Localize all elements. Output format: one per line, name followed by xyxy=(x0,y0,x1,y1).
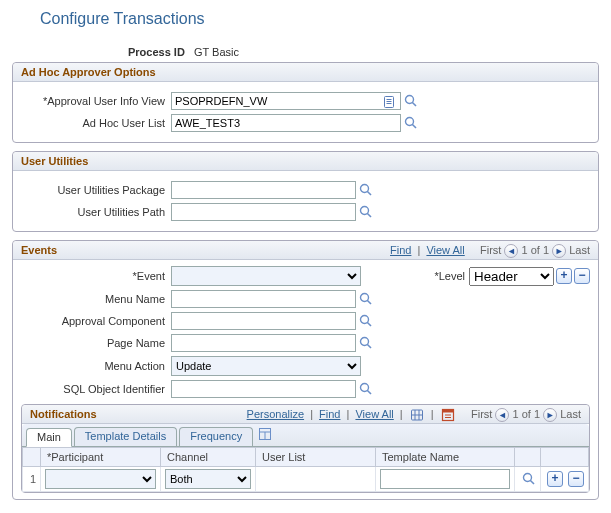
zoom-icon[interactable] xyxy=(441,408,455,422)
process-id-label: Process ID xyxy=(128,46,185,58)
component-input[interactable] xyxy=(171,312,356,330)
events-header: Events Find | View All First ◄ 1 of 1 ► … xyxy=(13,241,598,260)
next-icon[interactable]: ► xyxy=(552,244,566,258)
adhoc-userlist-label: Ad Hoc User List xyxy=(21,117,171,129)
userutil-pkg-input[interactable] xyxy=(171,181,356,199)
userutil-path-label: User Utilities Path xyxy=(21,206,171,218)
adhoc-header: Ad Hoc Approver Options xyxy=(13,63,598,82)
events-section: Events Find | View All First ◄ 1 of 1 ► … xyxy=(12,240,599,500)
component-label: Approval Component xyxy=(21,315,171,327)
tab-template-details[interactable]: Template Details xyxy=(74,427,177,446)
delete-row-button[interactable]: − xyxy=(568,471,584,487)
col-userlist[interactable]: User List xyxy=(256,448,376,467)
lookup-icon[interactable] xyxy=(359,183,373,197)
events-viewall-link[interactable]: View All xyxy=(426,244,464,256)
lookup-icon[interactable] xyxy=(404,116,418,130)
adhoc-section: Ad Hoc Approver Options *Approval User I… xyxy=(12,62,599,143)
userlist-cell xyxy=(256,467,376,492)
delete-row-button[interactable]: − xyxy=(574,268,590,284)
lookup-icon[interactable] xyxy=(359,292,373,306)
sql-input[interactable] xyxy=(171,380,356,398)
download-icon[interactable] xyxy=(410,408,424,422)
notif-first-link[interactable]: First xyxy=(471,408,492,420)
menuname-input[interactable] xyxy=(171,290,356,308)
adhoc-userlist-input[interactable] xyxy=(171,114,401,132)
lookup-icon[interactable] xyxy=(359,205,373,219)
notif-viewall-link[interactable]: View All xyxy=(355,408,393,420)
events-first-link[interactable]: First xyxy=(480,244,501,256)
events-find-link[interactable]: Find xyxy=(390,244,411,256)
add-row-button[interactable]: + xyxy=(556,268,572,284)
lookup-icon[interactable] xyxy=(359,314,373,328)
notifications-section: Notifications Personalize | Find | View … xyxy=(21,404,590,493)
notif-count: 1 of 1 xyxy=(513,408,541,420)
pagename-label: Page Name xyxy=(21,337,171,349)
tab-main[interactable]: Main xyxy=(26,428,72,447)
notifications-header: Notifications Personalize | Find | View … xyxy=(22,405,589,424)
level-select[interactable]: Header xyxy=(469,267,554,286)
col-template[interactable]: Template Name xyxy=(376,448,515,467)
add-row-button[interactable]: + xyxy=(547,471,563,487)
row-number: 1 xyxy=(23,467,41,492)
prev-icon[interactable]: ◄ xyxy=(495,408,509,422)
notif-find-link[interactable]: Find xyxy=(319,408,340,420)
notif-grid: *Participant Channel User List Template … xyxy=(22,447,589,492)
table-row: 1 Both + − xyxy=(23,467,589,492)
userutil-pkg-label: User Utilities Package xyxy=(21,184,171,196)
process-id-row: Process ID GT Basic xyxy=(12,46,599,58)
event-select[interactable] xyxy=(171,266,361,286)
menuaction-select[interactable]: Update xyxy=(171,356,361,376)
prev-icon[interactable]: ◄ xyxy=(504,244,518,258)
tab-frequency[interactable]: Frequency xyxy=(179,427,253,446)
notif-tabs: Main Template Details Frequency xyxy=(22,424,589,447)
event-label: *Event xyxy=(21,270,171,282)
approval-view-input[interactable] xyxy=(171,92,401,110)
process-id-value: GT Basic xyxy=(194,46,239,58)
notif-last-link[interactable]: Last xyxy=(560,408,581,420)
pagename-input[interactable] xyxy=(171,334,356,352)
show-all-columns-icon[interactable] xyxy=(259,428,273,442)
menuname-label: Menu Name xyxy=(21,293,171,305)
sql-label: SQL Object Identifier xyxy=(21,383,171,395)
col-participant[interactable]: *Participant xyxy=(41,448,161,467)
approval-view-label: *Approval User Info View xyxy=(21,95,171,107)
lookup-icon[interactable] xyxy=(404,94,418,108)
page-title: Configure Transactions xyxy=(40,10,599,28)
userutil-section: User Utilities User Utilities Package Us… xyxy=(12,151,599,232)
template-input[interactable] xyxy=(380,469,510,489)
next-icon[interactable]: ► xyxy=(543,408,557,422)
col-channel[interactable]: Channel xyxy=(161,448,256,467)
menuaction-label: Menu Action xyxy=(21,360,171,372)
events-last-link[interactable]: Last xyxy=(569,244,590,256)
lookup-icon[interactable] xyxy=(522,472,536,486)
lookup-icon[interactable] xyxy=(359,336,373,350)
lookup-icon[interactable] xyxy=(359,382,373,396)
participant-select[interactable] xyxy=(45,469,156,489)
notif-personalize-link[interactable]: Personalize xyxy=(247,408,304,420)
events-count: 1 of 1 xyxy=(522,244,550,256)
level-label: *Level xyxy=(434,270,465,282)
doc-icon[interactable] xyxy=(382,95,396,109)
userutil-path-input[interactable] xyxy=(171,203,356,221)
userutil-header: User Utilities xyxy=(13,152,598,171)
channel-select[interactable]: Both xyxy=(165,469,251,489)
